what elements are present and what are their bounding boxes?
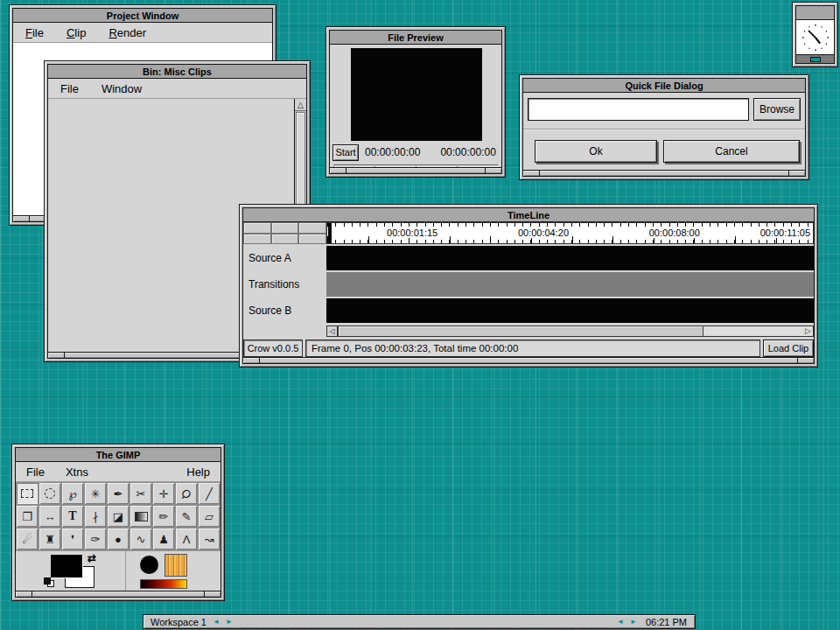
file-path-input[interactable] xyxy=(528,98,749,121)
timeline-track-area: 00:00:01:15 00:00:04:20 00:00:08:00 00:0… xyxy=(326,222,814,337)
track-transitions[interactable] xyxy=(326,272,814,297)
bucket-icon: ◪ xyxy=(113,511,123,522)
gimp-titlebar[interactable]: The GIMP xyxy=(15,447,221,462)
scrollbar-track[interactable]: ▷ xyxy=(338,326,814,337)
convolve-tool[interactable]: ❜ xyxy=(61,528,84,550)
transform-tool[interactable]: ❐ xyxy=(16,505,38,528)
brush-preview[interactable] xyxy=(140,556,158,574)
project-window-titlebar[interactable]: Project Window xyxy=(12,8,273,23)
pencil-tool[interactable]: ✏ xyxy=(152,505,175,528)
track-source-a[interactable] xyxy=(326,246,814,270)
quick-file-dialog-title: Quick File Dialog xyxy=(625,80,703,91)
playhead-marker[interactable] xyxy=(328,223,332,243)
desktop: { "colors": { "desktop_teal": "#0d8f8f",… xyxy=(0,0,840,630)
timeline-titlebar[interactable]: TimeLine xyxy=(242,207,815,222)
project-menu-clip[interactable]: Clip xyxy=(66,26,86,39)
droplet-icon: ❜ xyxy=(71,534,74,545)
foreground-color-swatch[interactable] xyxy=(51,555,82,578)
quick-file-dialog-titlebar[interactable]: Quick File Dialog xyxy=(522,78,806,93)
blend-tool[interactable] xyxy=(130,505,152,528)
timeline-horizontal-scrollbar[interactable]: ◁ ▷ xyxy=(326,326,814,337)
fuzzy-select-tool[interactable]: ✳ xyxy=(84,482,107,505)
clock-prev-icon[interactable]: ◄ xyxy=(617,618,624,626)
move-tool[interactable]: ✛ xyxy=(152,482,175,505)
flip-tool[interactable]: ↔ xyxy=(38,505,61,528)
clock-next-icon[interactable]: ► xyxy=(630,618,637,626)
bucket-fill-tool[interactable]: ◪ xyxy=(107,505,130,528)
ellipse-select-tool[interactable] xyxy=(38,482,61,505)
timeline-track-header-column: Source A Transitions Source B xyxy=(243,222,326,337)
workspace-next-icon[interactable]: ► xyxy=(226,618,233,626)
browse-button[interactable]: Browse xyxy=(753,98,801,121)
paintbrush-tool[interactable]: ✎ xyxy=(175,505,198,528)
clock-handle[interactable] xyxy=(810,57,821,62)
scroll-up-button[interactable]: △ xyxy=(295,99,306,111)
gimp-bottom-panel: ⇄ xyxy=(16,550,220,591)
bin-menu-file[interactable]: File xyxy=(60,82,79,95)
ruler-timecode: 00:00:04:20 xyxy=(516,228,570,238)
compass-icon: Λ xyxy=(183,534,191,545)
analog-clock-icon xyxy=(799,21,832,54)
bin-window-title: Bin: Misc Clips xyxy=(143,66,212,77)
scissors-tool[interactable]: ✂ xyxy=(130,482,152,505)
quick-file-dialog-resize-bar[interactable] xyxy=(522,171,806,177)
paintbrush-icon: ✎ xyxy=(182,511,192,522)
bezier-select-tool[interactable]: ✒ xyxy=(107,482,130,505)
workspace-prev-icon[interactable]: ◄ xyxy=(213,618,220,626)
rect-select-tool[interactable] xyxy=(16,482,38,505)
ink-tool[interactable]: ✑ xyxy=(84,528,107,550)
lasso-icon: ℘ xyxy=(68,488,76,500)
bin-menu-window[interactable]: Window xyxy=(102,82,142,95)
timeline-main: Source A Transitions Source B 00:00:01:1… xyxy=(243,222,814,337)
clone-tool[interactable]: ♜ xyxy=(38,528,61,550)
gimp-resize-bar[interactable] xyxy=(15,592,221,598)
gimp-menu-help[interactable]: Help xyxy=(186,466,210,479)
timeline-resize-bar[interactable] xyxy=(242,358,815,364)
brush-pattern-area xyxy=(126,551,220,591)
free-select-tool[interactable]: ℘ xyxy=(61,482,84,505)
gimp-menu-xtns[interactable]: Xtns xyxy=(66,466,88,479)
text-tool[interactable]: T xyxy=(61,505,84,528)
timeline-button-grid[interactable] xyxy=(243,222,326,244)
color-picker-tool[interactable]: ∤ xyxy=(84,505,107,528)
eyedropper-icon: ∤ xyxy=(93,511,99,522)
clock-titlebar[interactable] xyxy=(795,5,835,20)
gimp-body: File Xtns Help ℘ ✳ ✒ ✂ ✛ Ϙ ╱ ❐ ↔ T ∤ ◪ ✏… xyxy=(15,462,221,592)
gimp-title: The GIMP xyxy=(96,450,141,460)
airbrush-tool[interactable]: ☄ xyxy=(16,528,38,550)
gradient-preview[interactable] xyxy=(140,579,187,589)
project-menu-file[interactable]: File xyxy=(25,26,44,39)
eraser-tool[interactable]: ▱ xyxy=(198,505,220,528)
scroll-left-button[interactable]: ◁ xyxy=(326,326,338,337)
bin-window-titlebar[interactable]: Bin: Misc Clips xyxy=(47,64,307,79)
project-menu-render[interactable]: Render xyxy=(108,26,146,39)
ellipse-select-icon xyxy=(45,488,55,499)
swap-colors-icon[interactable]: ⇄ xyxy=(88,552,96,564)
quick-file-dialog-body: Browse Ok Cancel xyxy=(522,93,806,171)
gimp-menu-file[interactable]: File xyxy=(26,466,45,479)
path-tool[interactable]: ↝ xyxy=(198,528,220,550)
scrollbar-thumb[interactable] xyxy=(339,326,704,336)
load-clip-button[interactable]: Load Clip xyxy=(763,340,814,357)
smudge-tool[interactable]: ∿ xyxy=(130,528,152,550)
file-preview-titlebar[interactable]: File Preview xyxy=(329,30,502,45)
up-arrow-icon: △ xyxy=(298,101,304,109)
clock-handle-bar[interactable] xyxy=(795,55,835,64)
flip-arrows-icon: ↔ xyxy=(45,511,56,522)
measure-tool[interactable]: Λ xyxy=(175,528,198,550)
track-label-source-b: Source B xyxy=(243,298,326,323)
ok-button[interactable]: Ok xyxy=(535,140,657,163)
timeline-ruler[interactable]: 00:00:01:15 00:00:04:20 00:00:08:00 00:0… xyxy=(326,222,814,244)
xinput-airbrush-tool[interactable]: ♟ xyxy=(152,528,175,550)
default-colors-icon[interactable] xyxy=(44,578,51,584)
transform-icon: ❐ xyxy=(22,511,32,522)
rect-select-icon xyxy=(21,489,33,498)
cancel-button[interactable]: Cancel xyxy=(663,140,800,163)
dodge-burn-tool[interactable]: ● xyxy=(107,528,130,550)
track-source-b[interactable] xyxy=(326,298,814,323)
pattern-preview[interactable] xyxy=(164,554,187,577)
start-button[interactable]: Start xyxy=(332,144,359,161)
file-preview-resize-bar[interactable] xyxy=(329,168,502,174)
magnify-tool[interactable]: Ϙ xyxy=(175,482,198,505)
crop-tool[interactable]: ╱ xyxy=(198,482,220,505)
